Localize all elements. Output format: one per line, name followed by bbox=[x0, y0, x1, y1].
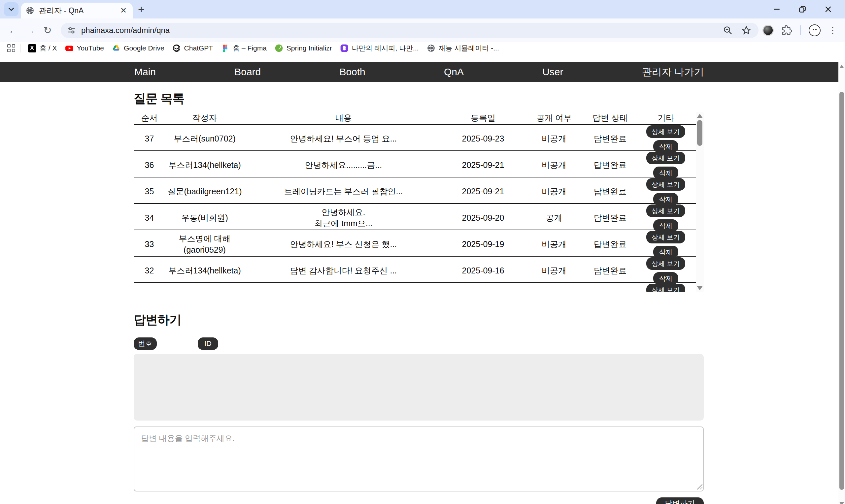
scroll-up-icon[interactable] bbox=[697, 114, 703, 118]
detail-view-button[interactable]: 상세 보기 bbox=[646, 231, 685, 244]
detail-view-button[interactable]: 상세 보기 bbox=[646, 284, 685, 292]
bookmark-label: 홈 – Figma bbox=[233, 43, 267, 53]
profile-avatar[interactable] bbox=[809, 24, 821, 36]
new-tab-button[interactable]: + bbox=[138, 3, 145, 16]
column-header: 공개 여부 bbox=[524, 112, 584, 123]
table-row: 상세 보기 삭제 bbox=[134, 283, 696, 292]
row-status: 답변완료 bbox=[584, 212, 636, 223]
row-content: 안녕하세요! 부스어 등업 요... bbox=[244, 133, 443, 144]
minimize-button[interactable] bbox=[772, 5, 781, 14]
row-number: 33 bbox=[134, 239, 165, 250]
apps-grid-icon[interactable] bbox=[7, 44, 15, 52]
scroll-down-icon[interactable] bbox=[697, 286, 703, 290]
table-row: 37 부스러(sun0702) 안녕하세요! 부스어 등업 요... 2025-… bbox=[134, 125, 696, 151]
row-visibility: 비공개 bbox=[524, 160, 584, 171]
nav-item-qna[interactable]: QnA bbox=[444, 66, 464, 77]
page-scroll-down-icon[interactable] bbox=[839, 502, 844, 504]
x-logo-icon: X bbox=[28, 44, 36, 52]
theme-circle-icon[interactable] bbox=[762, 25, 774, 36]
question-table: 순서작성자내용등록일공개 여부답변 상태기타 37 부스러(sun0702) 안… bbox=[134, 112, 704, 292]
table-header-row: 순서작성자내용등록일공개 여부답변 상태기타 bbox=[134, 112, 696, 125]
column-header: 작성자 bbox=[165, 112, 244, 123]
page-scrollbar-thumb[interactable] bbox=[839, 92, 844, 490]
restore-button[interactable] bbox=[798, 5, 807, 14]
nav-item-user[interactable]: User bbox=[542, 66, 563, 77]
detail-view-button[interactable]: 상세 보기 bbox=[646, 178, 685, 191]
bookmark-star-icon[interactable] bbox=[741, 25, 751, 35]
page-scroll-up-icon[interactable] bbox=[839, 65, 844, 68]
close-window-button[interactable] bbox=[824, 5, 832, 14]
bookmark-item[interactable]: 재능 시뮬레이터 -... bbox=[423, 42, 503, 54]
bookmark-item[interactable]: X홈 / X bbox=[24, 42, 61, 54]
globe-icon bbox=[427, 44, 435, 52]
row-date: 2025-09-16 bbox=[443, 265, 524, 276]
zoom-out-icon[interactable] bbox=[723, 25, 733, 35]
detail-view-button[interactable]: 상세 보기 bbox=[646, 125, 685, 138]
bookmark-label: Google Drive bbox=[124, 44, 164, 52]
row-visibility: 공개 bbox=[524, 212, 584, 223]
bookmark-label: 홈 / X bbox=[40, 43, 57, 53]
chatgpt-icon bbox=[172, 44, 181, 52]
bookmark-item[interactable]: Google Drive bbox=[108, 42, 168, 54]
row-date: 2025-09-21 bbox=[443, 186, 524, 197]
bookmark-label: ChatGPT bbox=[184, 44, 213, 52]
bookmark-item[interactable]: ChatGPT bbox=[168, 42, 217, 54]
table-row: 34 우동(비회원) 안녕하세요.최근에 tmm으... 2025-09-20 … bbox=[134, 204, 696, 230]
row-author: 질문(badilgreen121) bbox=[165, 186, 244, 197]
bookmark-item[interactable]: 나만의 레시피, 나만... bbox=[336, 42, 423, 54]
row-status: 답변완료 bbox=[584, 239, 636, 250]
browser-menu-icon[interactable]: ⋮ bbox=[828, 25, 837, 35]
url-text[interactable]: phainaxa.com/admin/qna bbox=[81, 26, 723, 35]
row-date: 2025-09-20 bbox=[443, 212, 524, 223]
back-icon[interactable]: ← bbox=[5, 25, 22, 36]
bookmark-item[interactable]: 홈 – Figma bbox=[217, 42, 271, 54]
browser-tab[interactable]: 관리자 - QnA ✕ bbox=[21, 3, 133, 18]
nav-item-board[interactable]: Board bbox=[234, 66, 261, 77]
nav-item-booth[interactable]: Booth bbox=[339, 66, 365, 77]
bookmark-item[interactable]: Spring Initializr bbox=[271, 42, 336, 54]
row-status: 답변완료 bbox=[584, 265, 636, 276]
detail-view-button[interactable]: 상세 보기 bbox=[646, 257, 685, 270]
row-number: 36 bbox=[134, 160, 165, 171]
column-header: 기타 bbox=[636, 112, 696, 123]
bookmark-label: Spring Initializr bbox=[286, 44, 332, 52]
question-list-title: 질문 목록 bbox=[134, 90, 704, 107]
tab-close-icon[interactable]: ✕ bbox=[119, 6, 128, 15]
table-scrollbar[interactable] bbox=[696, 112, 704, 292]
nav-item-main[interactable]: Main bbox=[134, 66, 156, 77]
admin-logout-link[interactable]: 관리자 나가기 bbox=[642, 65, 704, 79]
bookmark-item[interactable]: YouTube bbox=[61, 42, 108, 54]
detail-view-button[interactable]: 상세 보기 bbox=[646, 204, 685, 217]
toolbar-divider bbox=[800, 25, 801, 35]
detail-view-button[interactable]: 상세 보기 bbox=[646, 152, 685, 164]
extensions-puzzle-icon[interactable] bbox=[781, 25, 792, 36]
forward-icon[interactable]: → bbox=[22, 25, 39, 36]
row-number: 34 bbox=[134, 212, 165, 223]
row-visibility: 비공개 bbox=[524, 186, 584, 197]
table-scrollbar-thumb[interactable] bbox=[697, 120, 702, 146]
id-chip-button[interactable]: ID bbox=[198, 338, 218, 350]
row-number: 32 bbox=[134, 265, 165, 276]
bookmark-label: YouTube bbox=[77, 44, 104, 52]
chevron-down-icon bbox=[8, 6, 14, 11]
page-scrollbar[interactable] bbox=[839, 62, 845, 504]
site-settings-icon[interactable] bbox=[67, 25, 76, 35]
bookmark-label: 재능 시뮬레이터 -... bbox=[439, 43, 499, 53]
answer-textarea[interactable] bbox=[134, 427, 704, 491]
table-row: 33 부스명에 대해(gaori0529) 안녕하세요! 부스 신청은 했...… bbox=[134, 230, 696, 257]
row-content: 안녕하세요! 부스 신청은 했... bbox=[244, 239, 443, 250]
address-bar[interactable]: phainaxa.com/admin/qna bbox=[61, 23, 758, 38]
browser-titlebar: 관리자 - QnA ✕ + bbox=[0, 0, 845, 18]
bookmarks-divider bbox=[20, 44, 20, 52]
row-date: 2025-09-19 bbox=[443, 239, 524, 250]
column-header: 답변 상태 bbox=[584, 112, 636, 123]
row-visibility: 비공개 bbox=[524, 239, 584, 250]
figma-icon bbox=[221, 44, 229, 52]
page-viewport: MainBoardBoothQnAUser관리자 나가기 질문 목록 순서작성자… bbox=[0, 62, 845, 504]
row-visibility: 비공개 bbox=[524, 133, 584, 144]
google-drive-icon bbox=[112, 44, 121, 52]
reload-icon[interactable]: ↻ bbox=[39, 24, 56, 36]
submit-answer-button[interactable]: 답변하기 bbox=[656, 498, 704, 504]
tab-search-button[interactable] bbox=[4, 2, 18, 16]
number-chip-button[interactable]: 번호 bbox=[134, 338, 157, 350]
